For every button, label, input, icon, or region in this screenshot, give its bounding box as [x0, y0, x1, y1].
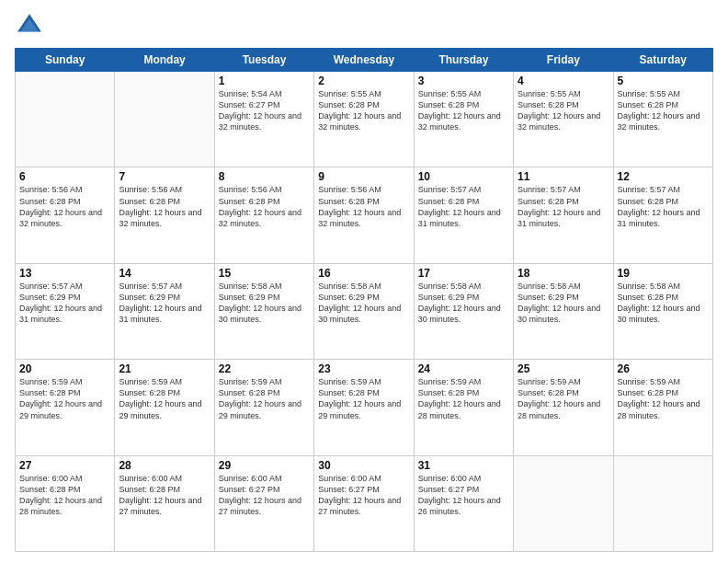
day-info: Sunrise: 5:59 AM Sunset: 6:28 PM Dayligh… — [418, 376, 509, 421]
day-number: 17 — [418, 267, 509, 280]
calendar-cell: 29Sunrise: 6:00 AM Sunset: 6:27 PM Dayli… — [214, 455, 313, 551]
logo — [15, 11, 48, 40]
day-number: 28 — [119, 459, 210, 472]
day-info: Sunrise: 6:00 AM Sunset: 6:27 PM Dayligh… — [219, 473, 310, 518]
calendar-cell: 1Sunrise: 5:54 AM Sunset: 6:27 PM Daylig… — [214, 72, 313, 167]
weekday-header-friday: Friday — [514, 49, 613, 72]
week-row-1: 1Sunrise: 5:54 AM Sunset: 6:27 PM Daylig… — [16, 72, 713, 167]
day-number: 27 — [19, 459, 110, 472]
week-row-4: 20Sunrise: 5:59 AM Sunset: 6:28 PM Dayli… — [16, 360, 713, 455]
day-number: 9 — [318, 170, 409, 183]
calendar-cell — [613, 455, 712, 551]
calendar-cell: 8Sunrise: 5:56 AM Sunset: 6:28 PM Daylig… — [214, 167, 313, 263]
calendar-cell: 19Sunrise: 5:58 AM Sunset: 6:28 PM Dayli… — [613, 263, 712, 359]
day-info: Sunrise: 5:59 AM Sunset: 6:28 PM Dayligh… — [518, 376, 609, 421]
calendar-cell: 28Sunrise: 6:00 AM Sunset: 6:28 PM Dayli… — [115, 455, 214, 551]
calendar-cell — [16, 72, 115, 167]
calendar-cell: 13Sunrise: 5:57 AM Sunset: 6:29 PM Dayli… — [16, 263, 115, 359]
weekday-header-sunday: Sunday — [16, 49, 115, 72]
logo-icon — [15, 11, 44, 40]
day-info: Sunrise: 6:00 AM Sunset: 6:28 PM Dayligh… — [119, 473, 210, 518]
day-info: Sunrise: 5:55 AM Sunset: 6:28 PM Dayligh… — [518, 88, 609, 133]
weekday-header-monday: Monday — [115, 49, 214, 72]
calendar-cell: 16Sunrise: 5:58 AM Sunset: 6:29 PM Dayli… — [314, 263, 414, 359]
day-number: 23 — [318, 362, 409, 375]
day-number: 12 — [618, 170, 709, 183]
calendar-cell: 30Sunrise: 6:00 AM Sunset: 6:27 PM Dayli… — [314, 455, 414, 551]
calendar-cell: 23Sunrise: 5:59 AM Sunset: 6:28 PM Dayli… — [314, 360, 414, 455]
day-info: Sunrise: 5:55 AM Sunset: 6:28 PM Dayligh… — [618, 88, 709, 133]
day-info: Sunrise: 5:57 AM Sunset: 6:29 PM Dayligh… — [119, 281, 210, 326]
calendar-cell: 9Sunrise: 5:56 AM Sunset: 6:28 PM Daylig… — [314, 167, 414, 263]
day-info: Sunrise: 5:57 AM Sunset: 6:29 PM Dayligh… — [19, 281, 110, 326]
page: SundayMondayTuesdayWednesdayThursdayFrid… — [0, 0, 728, 563]
header — [15, 11, 713, 40]
day-info: Sunrise: 5:54 AM Sunset: 6:27 PM Dayligh… — [219, 88, 310, 133]
day-number: 14 — [119, 267, 210, 280]
day-number: 10 — [418, 170, 509, 183]
day-info: Sunrise: 5:58 AM Sunset: 6:28 PM Dayligh… — [618, 281, 709, 326]
day-number: 3 — [418, 75, 509, 87]
calendar-cell: 31Sunrise: 6:00 AM Sunset: 6:27 PM Dayli… — [414, 455, 513, 551]
day-number: 13 — [19, 267, 110, 280]
day-info: Sunrise: 5:56 AM Sunset: 6:28 PM Dayligh… — [119, 184, 210, 229]
weekday-header-row: SundayMondayTuesdayWednesdayThursdayFrid… — [16, 49, 713, 72]
calendar-cell: 5Sunrise: 5:55 AM Sunset: 6:28 PM Daylig… — [613, 72, 712, 167]
day-info: Sunrise: 5:55 AM Sunset: 6:28 PM Dayligh… — [418, 88, 509, 133]
calendar-cell: 22Sunrise: 5:59 AM Sunset: 6:28 PM Dayli… — [214, 360, 313, 455]
day-info: Sunrise: 5:57 AM Sunset: 6:28 PM Dayligh… — [518, 184, 609, 229]
week-row-5: 27Sunrise: 6:00 AM Sunset: 6:28 PM Dayli… — [16, 455, 713, 551]
day-number: 4 — [518, 75, 609, 87]
day-number: 22 — [219, 362, 310, 375]
weekday-header-thursday: Thursday — [414, 49, 513, 72]
weekday-header-saturday: Saturday — [613, 49, 712, 72]
calendar-cell: 24Sunrise: 5:59 AM Sunset: 6:28 PM Dayli… — [414, 360, 513, 455]
calendar-cell: 10Sunrise: 5:57 AM Sunset: 6:28 PM Dayli… — [414, 167, 513, 263]
day-number: 8 — [219, 170, 310, 183]
day-info: Sunrise: 5:58 AM Sunset: 6:29 PM Dayligh… — [518, 281, 609, 326]
calendar-cell — [514, 455, 613, 551]
calendar-cell: 27Sunrise: 6:00 AM Sunset: 6:28 PM Dayli… — [16, 455, 115, 551]
day-info: Sunrise: 5:58 AM Sunset: 6:29 PM Dayligh… — [418, 281, 509, 326]
week-row-3: 13Sunrise: 5:57 AM Sunset: 6:29 PM Dayli… — [16, 263, 713, 359]
calendar-cell: 6Sunrise: 5:56 AM Sunset: 6:28 PM Daylig… — [16, 167, 115, 263]
calendar-cell: 7Sunrise: 5:56 AM Sunset: 6:28 PM Daylig… — [115, 167, 214, 263]
day-number: 16 — [318, 267, 409, 280]
day-info: Sunrise: 5:56 AM Sunset: 6:28 PM Dayligh… — [318, 184, 409, 229]
calendar-cell: 3Sunrise: 5:55 AM Sunset: 6:28 PM Daylig… — [414, 72, 513, 167]
day-info: Sunrise: 5:59 AM Sunset: 6:28 PM Dayligh… — [318, 376, 409, 421]
day-number: 21 — [119, 362, 210, 375]
day-number: 19 — [618, 267, 709, 280]
weekday-header-tuesday: Tuesday — [214, 49, 313, 72]
day-info: Sunrise: 5:59 AM Sunset: 6:28 PM Dayligh… — [19, 376, 110, 421]
day-number: 20 — [19, 362, 110, 375]
calendar-cell: 11Sunrise: 5:57 AM Sunset: 6:28 PM Dayli… — [514, 167, 613, 263]
calendar-cell: 18Sunrise: 5:58 AM Sunset: 6:29 PM Dayli… — [514, 263, 613, 359]
day-info: Sunrise: 5:57 AM Sunset: 6:28 PM Dayligh… — [418, 184, 509, 229]
day-number: 30 — [318, 459, 409, 472]
calendar-cell: 25Sunrise: 5:59 AM Sunset: 6:28 PM Dayli… — [514, 360, 613, 455]
day-number: 24 — [418, 362, 509, 375]
day-info: Sunrise: 5:59 AM Sunset: 6:28 PM Dayligh… — [618, 376, 709, 421]
calendar-table: SundayMondayTuesdayWednesdayThursdayFrid… — [15, 48, 713, 552]
day-info: Sunrise: 6:00 AM Sunset: 6:27 PM Dayligh… — [418, 473, 509, 518]
day-info: Sunrise: 5:59 AM Sunset: 6:28 PM Dayligh… — [219, 376, 310, 421]
calendar-cell: 26Sunrise: 5:59 AM Sunset: 6:28 PM Dayli… — [613, 360, 712, 455]
day-number: 31 — [418, 459, 509, 472]
day-number: 11 — [518, 170, 609, 183]
calendar-cell: 4Sunrise: 5:55 AM Sunset: 6:28 PM Daylig… — [514, 72, 613, 167]
calendar-cell: 2Sunrise: 5:55 AM Sunset: 6:28 PM Daylig… — [314, 72, 414, 167]
calendar-cell: 17Sunrise: 5:58 AM Sunset: 6:29 PM Dayli… — [414, 263, 513, 359]
day-info: Sunrise: 6:00 AM Sunset: 6:28 PM Dayligh… — [19, 473, 110, 518]
day-info: Sunrise: 5:58 AM Sunset: 6:29 PM Dayligh… — [318, 281, 409, 326]
day-info: Sunrise: 5:59 AM Sunset: 6:28 PM Dayligh… — [119, 376, 210, 421]
calendar-cell: 15Sunrise: 5:58 AM Sunset: 6:29 PM Dayli… — [214, 263, 313, 359]
day-number: 5 — [618, 75, 709, 87]
day-number: 6 — [19, 170, 110, 183]
day-number: 25 — [518, 362, 609, 375]
day-info: Sunrise: 5:57 AM Sunset: 6:28 PM Dayligh… — [618, 184, 709, 229]
day-info: Sunrise: 5:58 AM Sunset: 6:29 PM Dayligh… — [219, 281, 310, 326]
day-info: Sunrise: 5:55 AM Sunset: 6:28 PM Dayligh… — [318, 88, 409, 133]
day-number: 1 — [219, 75, 310, 87]
day-number: 7 — [119, 170, 210, 183]
